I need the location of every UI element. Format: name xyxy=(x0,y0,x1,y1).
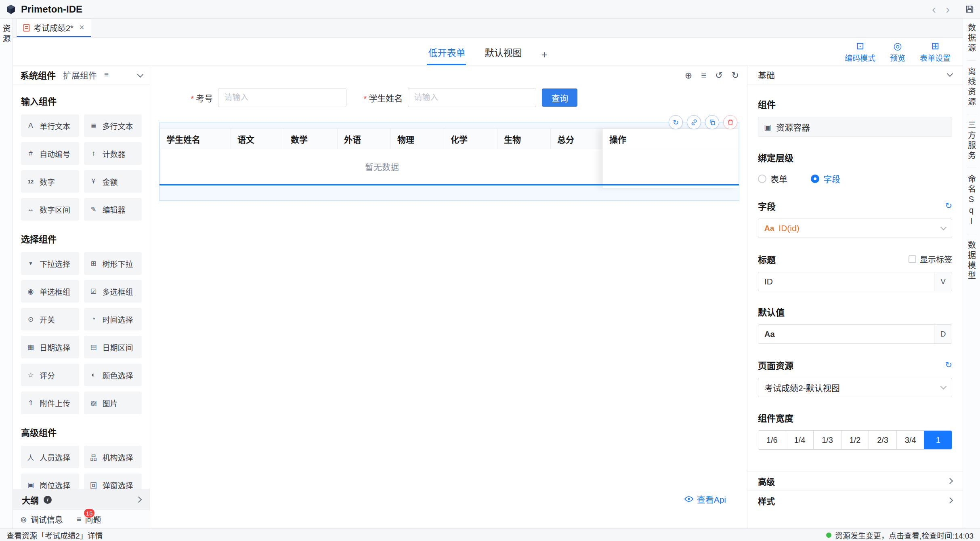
palette-item-number-range[interactable]: ↔数字区间 xyxy=(21,198,79,221)
table-column-header: 化学 xyxy=(444,129,497,149)
selected-resource-container[interactable]: ↻ 学生姓名 语文 xyxy=(159,122,739,201)
undo-icon[interactable]: ↺ xyxy=(715,70,722,81)
datasource-panel-toggle[interactable]: 数据源 xyxy=(966,23,978,54)
palette-item-editor[interactable]: ✎编辑器 xyxy=(84,198,142,221)
offline-resources-panel-toggle[interactable]: 离线资源 xyxy=(966,67,978,107)
palette-item-rating[interactable]: ☆评分 xyxy=(21,364,79,386)
tab-close-icon[interactable]: × xyxy=(79,22,84,33)
view-tab-low-code-form[interactable]: 低开表单 xyxy=(427,40,466,65)
checkbox-group-icon: ☑ xyxy=(89,287,99,296)
table-column-header: 语文 xyxy=(231,129,284,149)
palette-collapse-button[interactable] xyxy=(138,71,143,78)
palette-item-single-line-text[interactable]: A单行文本 xyxy=(21,114,79,137)
width-option[interactable]: 1/3 xyxy=(813,431,841,449)
palette-item-org-select[interactable]: 品机构选择 xyxy=(84,446,142,468)
search-button[interactable]: 查询 xyxy=(542,88,577,107)
problems-button[interactable]: ≡ 问题 15 xyxy=(77,514,101,525)
nav-forward-icon[interactable]: › xyxy=(941,1,955,17)
inspector-section-basic[interactable]: 基础 xyxy=(747,65,963,84)
palette-item-tree-select[interactable]: ⊞树形下拉 xyxy=(84,252,142,275)
radio-field[interactable]: 字段 xyxy=(811,173,840,185)
view-tab-default-view[interactable]: 默认视图 xyxy=(484,40,523,65)
palette-item-number[interactable]: 12数字 xyxy=(21,170,79,193)
palette-item-currency[interactable]: ¥金额 xyxy=(84,170,142,193)
student-name-input[interactable] xyxy=(408,88,536,107)
data-model-panel-toggle[interactable]: 数据模型 xyxy=(966,241,978,281)
inspector-section-style[interactable]: 样式 xyxy=(747,490,963,510)
result-table[interactable]: 学生姓名 语文 数学 外语 物理 化学 生物 总分 暂无数据 操作 xyxy=(159,128,739,184)
editor-tab-exam-score[interactable]: 考试成绩2* × xyxy=(17,19,91,37)
refresh-button[interactable]: ↻ xyxy=(669,115,683,129)
radio-form[interactable]: 表单 xyxy=(758,173,787,185)
page-resource-refresh-icon[interactable]: ↻ xyxy=(945,360,952,370)
palette-item-radio-group[interactable]: ◉单选框组 xyxy=(21,280,79,303)
width-option-selected[interactable]: 1 xyxy=(924,431,952,449)
palette-item-person-select[interactable]: 人人员选择 xyxy=(21,446,79,468)
main-area: 考试成绩2* × 低开表单 默认视图 + ⊡ 编码模式 ◎ 预览 xyxy=(13,19,963,528)
width-option[interactable]: 1/4 xyxy=(786,431,814,449)
form-settings-button[interactable]: ⊞ 表单设置 xyxy=(920,41,951,63)
palette-item-dropdown-select[interactable]: ▼下拉选择 xyxy=(21,252,79,275)
third-party-services-panel-toggle[interactable]: 三方服务 xyxy=(966,121,978,161)
binding-level-options: 表单 字段 xyxy=(758,173,952,185)
palette-tab-system[interactable]: 系统组件 xyxy=(20,68,56,81)
show-label-checkbox[interactable]: 显示标签 xyxy=(909,253,952,265)
save-icon[interactable] xyxy=(965,4,974,14)
palette-item-date-range[interactable]: ▤日期区间 xyxy=(84,336,142,358)
title-variable-button[interactable]: V xyxy=(934,272,952,291)
palette-item-counter[interactable]: ↕计数器 xyxy=(84,142,142,165)
debug-info-button[interactable]: ⊚ 调试信息 xyxy=(20,514,63,525)
width-option[interactable]: 1/2 xyxy=(841,431,869,449)
palette-item-image[interactable]: ▨图片 xyxy=(84,392,142,414)
palette-item-date-picker[interactable]: ▦日期选择 xyxy=(21,336,79,358)
delete-button[interactable] xyxy=(723,115,737,129)
named-sql-panel-toggle[interactable]: 命名Sql xyxy=(966,175,978,227)
preview-icon: ◎ xyxy=(894,41,902,51)
palette-item-checkbox-group[interactable]: ☑多选框组 xyxy=(84,280,142,303)
palette-item-switch[interactable]: ⊙开关 xyxy=(21,308,79,330)
number-range-icon: ↔ xyxy=(26,205,36,213)
redo-icon[interactable]: ↻ xyxy=(732,70,739,81)
outline-tree-icon[interactable]: ≡ xyxy=(701,70,706,81)
palette-item-multi-line-text[interactable]: ≣多行文本 xyxy=(84,114,142,137)
chevron-right-icon xyxy=(136,497,142,503)
exam-no-input[interactable] xyxy=(218,88,346,107)
default-value-button[interactable]: D xyxy=(934,325,952,343)
default-value-input[interactable]: Aa xyxy=(758,325,934,343)
outline-toggle[interactable]: 大纲 i xyxy=(13,489,150,510)
status-right-text[interactable]: 资源发生变更，点击查看,检查时间:14:03 xyxy=(835,530,974,541)
field-refresh-icon[interactable]: ↻ xyxy=(945,201,952,211)
resources-panel-toggle[interactable]: 资源 xyxy=(0,24,12,44)
palette-tab-extension[interactable]: 扩展组件 xyxy=(63,69,97,81)
palette-item-attachment-upload[interactable]: ⇧附件上传 xyxy=(21,392,79,414)
preview-button[interactable]: ◎ 预览 xyxy=(890,41,905,63)
exam-no-label: *考号 xyxy=(191,92,213,104)
table-column-header: 学生姓名 xyxy=(160,129,231,149)
width-option[interactable]: 3/4 xyxy=(896,431,924,449)
view-api-link[interactable]: 查看Api xyxy=(684,493,726,505)
inspector-section-advanced[interactable]: 高级 xyxy=(747,471,963,490)
page-resource-select[interactable]: 考试成绩2-默认视图 xyxy=(758,378,952,397)
field-select-value: ID(id) xyxy=(779,223,799,233)
add-view-button[interactable]: + xyxy=(540,44,548,65)
palette-item-position-select[interactable]: ▣岗位选择 xyxy=(21,474,79,489)
selection-underline xyxy=(159,184,739,185)
app-logo-icon xyxy=(6,4,16,15)
field-select[interactable]: Aa ID(id) xyxy=(758,219,952,238)
globe-icon[interactable]: ⊕ xyxy=(685,70,692,81)
person-select-icon: 人 xyxy=(26,452,36,462)
copy-button[interactable] xyxy=(705,115,719,129)
query-form: *考号 *学生姓名 查询 xyxy=(150,88,747,107)
title-input[interactable]: ID xyxy=(758,272,934,291)
nav-back-icon[interactable]: ‹ xyxy=(927,1,941,17)
palette-item-modal-select[interactable]: 回弹窗选择 xyxy=(84,474,142,489)
width-option[interactable]: 2/3 xyxy=(869,431,896,449)
code-mode-button[interactable]: ⊡ 编码模式 xyxy=(845,41,875,63)
link-button[interactable] xyxy=(687,115,701,129)
width-option[interactable]: 1/6 xyxy=(758,431,786,449)
palette-item-color-picker[interactable]: ◐颜色选择 xyxy=(84,364,142,386)
palette-item-auto-number[interactable]: #自动编号 xyxy=(21,142,79,165)
palette-menu-icon[interactable]: ≡ xyxy=(104,70,109,79)
design-canvas[interactable]: ⊕ ≡ ↺ ↻ *考号 *学生姓名 查询 ↻ xyxy=(150,65,747,528)
palette-item-time-picker[interactable]: ◔时间选择 xyxy=(84,308,142,330)
